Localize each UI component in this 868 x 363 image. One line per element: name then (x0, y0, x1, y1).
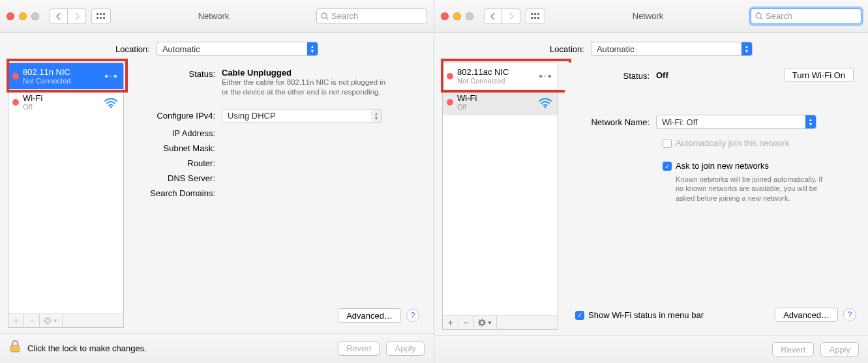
checkbox-icon: ✓ (663, 162, 672, 171)
svg-rect-21 (531, 13, 533, 15)
status-subtext: Either the cable for 802.11n NIC is not … (222, 78, 391, 97)
ethernet-icon (537, 68, 554, 85)
service-row-wifi[interactable]: Wi-Fi Off (443, 89, 558, 115)
back-button[interactable] (484, 8, 502, 24)
svg-line-18 (45, 323, 46, 323)
svg-point-31 (545, 106, 546, 108)
zoom-icon[interactable] (466, 12, 473, 20)
help-button[interactable]: ? (843, 308, 856, 321)
ethernet-icon (102, 68, 119, 85)
advanced-button[interactable]: Advanced… (775, 308, 838, 322)
apply-button[interactable]: Apply (386, 341, 425, 356)
svg-rect-4 (100, 17, 102, 19)
service-list[interactable]: 802.11n NIC Not Connected Wi-Fi Off (8, 63, 124, 313)
bottom-bar: Revert Apply (434, 335, 868, 363)
location-row: Location: Automatic ▲▼ (0, 33, 434, 63)
service-list[interactable]: 802.11ac NIC Not Connected Wi-Fi Off (442, 63, 558, 315)
svg-line-19 (50, 318, 50, 319)
grid-icon (97, 13, 106, 20)
search-field[interactable]: Search (316, 8, 427, 24)
search-domains-label: Search Domains: (130, 188, 222, 198)
advanced-button[interactable]: Advanced… (338, 308, 401, 323)
show-all-button[interactable] (526, 8, 545, 24)
svg-line-40 (484, 320, 485, 321)
window-title: Network (550, 11, 745, 21)
service-action-button[interactable]: ▼ (40, 314, 63, 327)
ask-join-subtext: Known networks will be joined automatica… (676, 175, 832, 203)
dns-server-label: DNS Server: (130, 173, 222, 183)
toolbar: Network Search (0, 0, 434, 33)
router-label: Router: (130, 158, 222, 168)
detail-panel: Status: Cable Unplugged Either the cable… (130, 63, 426, 328)
search-icon (755, 12, 763, 20)
auto-join-checkbox[interactable]: Automatically join this network (663, 138, 854, 148)
location-label: Location: (550, 44, 584, 54)
checkbox-icon (663, 139, 672, 148)
show-status-checkbox[interactable]: ✓ Show Wi-Fi status in menu bar (575, 310, 704, 320)
revert-button[interactable]: Revert (772, 342, 814, 356)
add-service-button[interactable]: + (443, 316, 458, 329)
minimize-icon[interactable] (19, 12, 27, 20)
svg-line-39 (479, 325, 480, 325)
status-dot-icon (447, 73, 453, 80)
revert-button[interactable]: Revert (338, 341, 380, 356)
help-button[interactable]: ? (406, 309, 419, 322)
wifi-icon (537, 94, 554, 111)
remove-service-button[interactable]: − (24, 314, 40, 327)
chevron-updown-icon: ▲▼ (741, 42, 752, 55)
forward-button[interactable] (68, 8, 86, 24)
service-list-footer: + − ▼ (442, 315, 558, 330)
service-row-802-11n[interactable]: 802.11n NIC Not Connected (8, 63, 123, 89)
svg-point-6 (322, 13, 327, 18)
network-pane-left: Network Search Location: Automatic ▲▼ 80… (0, 0, 434, 363)
nav-buttons (50, 8, 86, 24)
svg-rect-22 (534, 13, 536, 15)
lock-icon[interactable] (9, 340, 21, 356)
configure-ipv4-label: Configure IPv4: (130, 111, 222, 121)
status-dot-icon (447, 99, 453, 106)
grid-icon (531, 13, 540, 20)
zoom-icon[interactable] (31, 12, 39, 20)
status-label: Status: (130, 68, 222, 79)
search-field[interactable]: Search (751, 8, 861, 24)
close-icon[interactable] (7, 12, 14, 20)
chevron-updown-icon: ▲▼ (805, 115, 816, 128)
svg-point-11 (46, 319, 50, 323)
turn-wifi-on-button[interactable]: Turn Wi-Fi On (784, 68, 854, 82)
gear-icon (478, 319, 486, 327)
network-name-popup[interactable]: Wi-Fi: Off ▲▼ (656, 115, 816, 129)
svg-line-38 (484, 325, 485, 325)
svg-rect-26 (537, 17, 539, 19)
show-all-button[interactable] (91, 8, 111, 24)
service-row-802-11ac[interactable]: 802.11ac NIC Not Connected (443, 63, 558, 89)
back-button[interactable] (50, 8, 68, 24)
detail-panel: Status: Off Turn Wi-Fi On Network Name: … (565, 63, 860, 330)
network-pane-right: Network Search Location: Automatic ▲▼ 80… (434, 0, 868, 363)
svg-rect-5 (103, 17, 105, 19)
ask-join-checkbox[interactable]: ✓ Ask to join new networks (663, 161, 854, 171)
close-icon[interactable] (441, 12, 449, 20)
service-action-button[interactable]: ▼ (474, 316, 497, 329)
chevron-updown-icon: ▲▼ (371, 109, 382, 123)
service-list-footer: + − ▼ (8, 313, 124, 328)
svg-line-7 (326, 18, 328, 20)
location-label: Location: (115, 44, 150, 54)
svg-rect-2 (103, 13, 105, 15)
minimize-icon[interactable] (453, 12, 461, 20)
forward-button[interactable] (502, 8, 520, 24)
svg-rect-1 (100, 13, 102, 15)
ip-address-label: IP Address: (130, 128, 222, 138)
status-value: Cable Unplugged (222, 68, 419, 78)
svg-rect-23 (537, 13, 539, 15)
svg-point-10 (110, 106, 112, 108)
add-service-button[interactable]: + (8, 314, 24, 327)
location-popup[interactable]: Automatic ▲▼ (591, 42, 753, 56)
svg-line-17 (50, 323, 50, 323)
svg-rect-24 (531, 17, 533, 19)
location-popup[interactable]: Automatic ▲▼ (157, 42, 318, 56)
configure-ipv4-popup[interactable]: Using DHCP ▲▼ (222, 109, 382, 123)
remove-service-button[interactable]: − (458, 316, 474, 329)
apply-button[interactable]: Apply (820, 342, 859, 356)
svg-line-28 (760, 18, 762, 20)
service-row-wifi[interactable]: Wi-Fi Off (8, 89, 123, 115)
